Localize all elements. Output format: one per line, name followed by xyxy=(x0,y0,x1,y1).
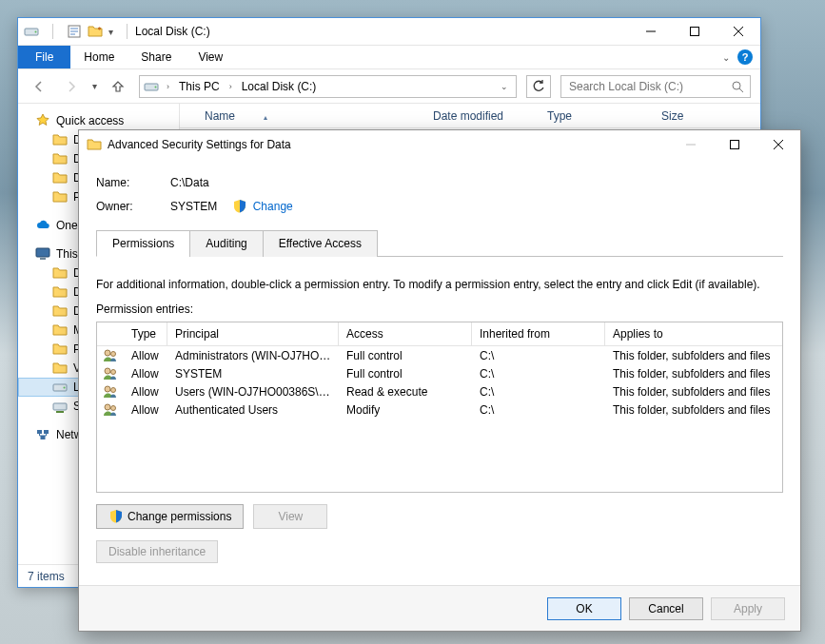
address-bar[interactable]: › This PC › Local Disk (C:) ⌄ xyxy=(139,75,517,98)
folder-icon xyxy=(52,189,68,205)
maximize-button[interactable] xyxy=(713,131,756,158)
sort-asc-icon: ▴ xyxy=(235,113,267,122)
tab-auditing[interactable]: Auditing xyxy=(189,230,263,257)
ribbon-tabs: File Home Share View ⌄ ? xyxy=(18,45,760,69)
item-count: 7 items xyxy=(28,570,65,583)
advanced-security-dialog: Advanced Security Settings for Data Name… xyxy=(78,129,801,632)
drive-icon xyxy=(24,24,39,39)
cancel-button[interactable]: Cancel xyxy=(629,597,703,620)
back-button[interactable] xyxy=(28,75,50,98)
column-size[interactable]: Size xyxy=(656,109,732,123)
list-header: Type Principal Access Inherited from App… xyxy=(97,322,782,346)
cell-inherited: C:\ xyxy=(472,385,605,399)
window-controls xyxy=(629,18,760,45)
column-name[interactable]: Name▴ xyxy=(199,109,427,123)
column-headers: Name▴ Date modified Type Size xyxy=(180,104,760,128)
new-folder-icon[interactable] xyxy=(88,24,103,39)
monitor-icon xyxy=(35,246,50,262)
cell-principal: Administrators (WIN-OJ7HO0… xyxy=(167,349,339,362)
folder-icon xyxy=(52,170,68,185)
cell-principal: Users (WIN-OJ7HO00386S\Us… xyxy=(167,385,339,399)
permission-entry-row[interactable]: AllowAuthenticated UsersModifyC:\This fo… xyxy=(97,400,782,419)
dialog-titlebar: Advanced Security Settings for Data xyxy=(79,130,800,159)
cell-applies: This folder, subfolders and files xyxy=(605,403,782,417)
history-dropdown-icon[interactable]: ▾ xyxy=(92,81,97,91)
share-tab[interactable]: Share xyxy=(128,46,185,68)
users-icon xyxy=(97,402,124,418)
permission-entry-row[interactable]: AllowUsers (WIN-OJ7HO00386S\Us…Read & ex… xyxy=(97,382,782,400)
col-applies[interactable]: Applies to xyxy=(605,322,782,345)
svg-rect-11 xyxy=(691,28,699,36)
cell-access: Full control xyxy=(339,349,472,362)
separator xyxy=(127,24,128,39)
view-tab[interactable]: View xyxy=(185,46,236,68)
home-tab[interactable]: Home xyxy=(70,46,128,68)
column-type[interactable]: Type xyxy=(541,109,656,123)
explorer-titlebar: ▾ Local Disk (C:) xyxy=(18,18,760,45)
expand-ribbon-icon[interactable]: ⌄ xyxy=(722,52,730,63)
cell-type: Allow xyxy=(124,367,167,381)
dialog-title: Advanced Security Settings for Data xyxy=(108,138,291,151)
netdrive-icon xyxy=(52,399,68,414)
cell-type: Allow xyxy=(124,403,167,417)
folder-icon xyxy=(52,303,68,319)
apply-button: Apply xyxy=(711,597,785,620)
forward-button[interactable] xyxy=(60,75,83,98)
name-label: Name: xyxy=(96,176,163,189)
qat-dropdown-icon[interactable]: ▾ xyxy=(108,27,113,37)
users-icon xyxy=(97,366,124,381)
entries-label: Permission entries: xyxy=(96,301,783,322)
col-principal[interactable]: Principal xyxy=(167,322,339,345)
address-dropdown-icon[interactable]: ⌄ xyxy=(497,82,512,91)
up-button[interactable] xyxy=(107,75,129,98)
shield-icon xyxy=(108,509,124,524)
folder-icon xyxy=(87,137,102,152)
chevron-right-icon[interactable]: › xyxy=(227,82,234,91)
search-box[interactable] xyxy=(560,75,751,98)
change-owner-link[interactable]: Change xyxy=(253,200,293,213)
tab-permissions[interactable]: Permissions xyxy=(96,230,190,257)
shield-icon xyxy=(232,199,247,214)
col-type[interactable]: Type xyxy=(124,322,167,345)
star-icon xyxy=(35,113,50,128)
search-icon xyxy=(731,80,744,93)
search-input[interactable] xyxy=(567,79,731,94)
breadcrumb-segment[interactable]: This PC xyxy=(177,80,222,93)
properties-icon[interactable] xyxy=(67,24,82,39)
col-access[interactable]: Access xyxy=(339,322,472,345)
cell-access: Modify xyxy=(339,403,472,417)
ok-button[interactable]: OK xyxy=(547,597,621,620)
nav-label: Quick access xyxy=(56,114,124,127)
dialog-footer: OK Cancel Apply xyxy=(79,585,800,631)
window-title: Local Disk (C:) xyxy=(135,25,210,38)
permission-entry-row[interactable]: AllowSYSTEMFull controlC:\This folder, s… xyxy=(97,364,782,382)
help-icon[interactable]: ? xyxy=(737,49,753,65)
close-button[interactable] xyxy=(717,18,760,45)
breadcrumb-segment[interactable]: Local Disk (C:) xyxy=(240,80,319,93)
col-inherited[interactable]: Inherited from xyxy=(472,322,605,345)
tab-effective-access[interactable]: Effective Access xyxy=(263,230,378,257)
column-date[interactable]: Date modified xyxy=(427,109,541,123)
cell-type: Allow xyxy=(124,349,167,362)
cell-applies: This folder, subfolders and files xyxy=(605,349,782,362)
svg-rect-13 xyxy=(731,141,739,149)
view-button: View xyxy=(253,504,327,529)
maximize-button[interactable] xyxy=(673,18,717,45)
quick-access-header[interactable]: Quick access xyxy=(18,111,179,130)
list-body[interactable]: AllowAdministrators (WIN-OJ7HO0…Full con… xyxy=(97,346,782,492)
address-bar-row: ▾ › This PC › Local Disk (C:) ⌄ xyxy=(18,69,760,104)
close-button[interactable] xyxy=(756,131,800,158)
cell-applies: This folder, subfolders and files xyxy=(605,385,782,399)
users-icon xyxy=(97,348,124,363)
change-permissions-button[interactable]: Change permissions xyxy=(96,504,244,529)
owner-value: SYSTEM xyxy=(170,200,217,213)
permission-entries-list: Type Principal Access Inherited from App… xyxy=(96,322,783,493)
permission-entry-row[interactable]: AllowAdministrators (WIN-OJ7HO0…Full con… xyxy=(97,346,782,364)
cell-principal: SYSTEM xyxy=(167,367,339,381)
folder-icon xyxy=(52,361,68,376)
refresh-button[interactable] xyxy=(526,75,551,98)
chevron-right-icon[interactable]: › xyxy=(165,82,171,91)
minimize-button[interactable] xyxy=(629,18,673,45)
file-menu[interactable]: File xyxy=(18,46,70,68)
cell-access: Full control xyxy=(339,367,472,381)
